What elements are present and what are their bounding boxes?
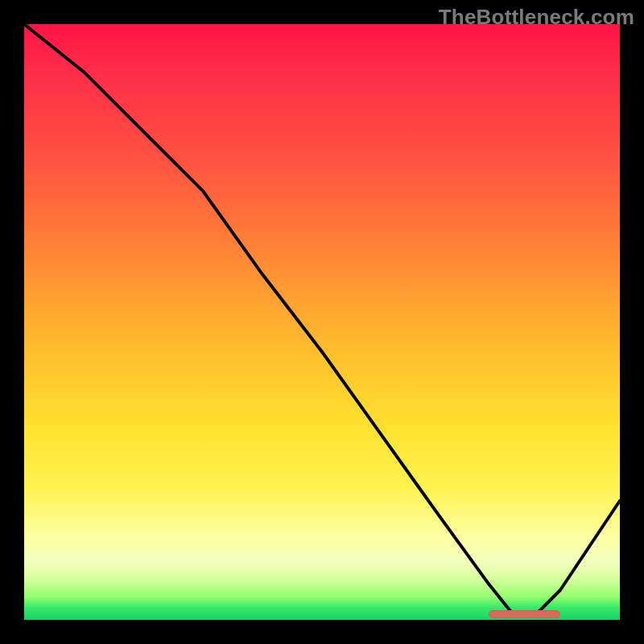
plot-area — [24, 24, 620, 620]
optimal-range-marker — [489, 610, 560, 618]
bottleneck-curve — [24, 24, 620, 620]
chart-stage: TheBottleneck.com — [0, 0, 644, 644]
